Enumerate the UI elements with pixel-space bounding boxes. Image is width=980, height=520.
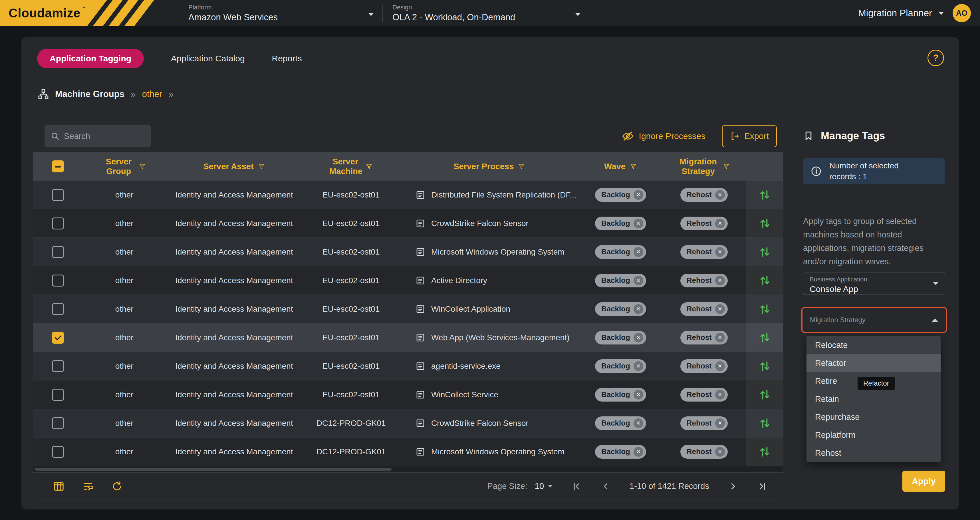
remove-wave-icon[interactable]: ✕ [633, 304, 643, 314]
table-row[interactable]: other Identity and Access Management EU-… [33, 323, 783, 352]
page-size-select[interactable]: 10 [535, 482, 552, 491]
strategy-badge[interactable]: Rehost ✕ [680, 359, 728, 373]
filter-icon[interactable] [139, 163, 146, 170]
remove-wave-icon[interactable]: ✕ [633, 361, 643, 371]
strategy-badge[interactable]: Rehost ✕ [680, 417, 728, 430]
filter-icon[interactable] [258, 163, 265, 170]
table-row[interactable]: other Identity and Access Management EU-… [33, 209, 783, 238]
process-mapping-cell[interactable] [746, 323, 783, 351]
wave-badge[interactable]: Backlog ✕ [595, 245, 646, 259]
process-mapping-cell[interactable] [746, 437, 783, 466]
remove-wave-icon[interactable]: ✕ [633, 390, 643, 399]
tab-application-catalog[interactable]: Application Catalog [171, 54, 245, 64]
row-checkbox[interactable] [52, 417, 64, 429]
remove-strategy-icon[interactable]: ✕ [715, 247, 725, 257]
search-box[interactable] [45, 125, 151, 147]
horizontal-scrollbar[interactable] [33, 466, 783, 472]
wrap-text-icon[interactable] [82, 480, 94, 492]
help-button[interactable]: ? [928, 50, 944, 66]
filter-icon[interactable] [722, 163, 730, 170]
table-row[interactable]: other Identity and Access Management EU-… [33, 352, 783, 380]
migration-strategy-option[interactable]: Rehost [807, 444, 940, 462]
process-mapping-cell[interactable] [746, 266, 783, 294]
strategy-badge[interactable]: Rehost ✕ [680, 331, 728, 345]
business-application-select[interactable]: Business Application Console App [803, 273, 945, 295]
row-checkbox[interactable] [52, 218, 64, 229]
row-checkbox[interactable] [52, 389, 64, 401]
table-row[interactable]: other Identity and Access Management EU-… [33, 181, 783, 209]
process-mapping-cell[interactable] [746, 295, 783, 323]
migration-strategy-option[interactable]: Relocate [807, 336, 940, 354]
wave-badge[interactable]: Backlog ✕ [595, 216, 646, 230]
wave-badge[interactable]: Backlog ✕ [595, 274, 646, 288]
wave-badge[interactable]: Backlog ✕ [595, 331, 646, 345]
next-page-button[interactable] [728, 481, 738, 491]
export-button[interactable]: Export [722, 125, 777, 147]
migration-strategy-option[interactable]: Refactor [807, 354, 940, 372]
select-all-checkbox[interactable] [52, 161, 64, 172]
filter-icon[interactable] [630, 163, 637, 170]
table-row[interactable]: other Identity and Access Management DC1… [33, 409, 783, 437]
remove-strategy-icon[interactable]: ✕ [715, 447, 725, 456]
remove-strategy-icon[interactable]: ✕ [715, 276, 725, 285]
table-row[interactable]: other Identity and Access Management EU-… [33, 295, 783, 323]
table-row[interactable]: other Identity and Access Management EU-… [33, 266, 783, 295]
process-mapping-cell[interactable] [746, 409, 783, 437]
wave-badge[interactable]: Backlog ✕ [595, 188, 646, 202]
wave-badge[interactable]: Backlog ✕ [595, 445, 646, 459]
avatar[interactable]: AO [953, 4, 971, 22]
strategy-badge[interactable]: Rehost ✕ [680, 445, 728, 459]
tab-reports[interactable]: Reports [272, 54, 302, 64]
row-checkbox[interactable] [52, 246, 64, 258]
strategy-badge[interactable]: Rehost ✕ [680, 188, 728, 202]
migration-strategy-select[interactable]: Migration Strategy [801, 307, 947, 333]
row-checkbox[interactable] [52, 360, 64, 372]
remove-wave-icon[interactable]: ✕ [633, 219, 643, 228]
remove-strategy-icon[interactable]: ✕ [715, 219, 725, 228]
platform-select[interactable]: Platform Amazon Web Services [188, 4, 374, 22]
strategy-badge[interactable]: Rehost ✕ [680, 274, 728, 288]
remove-wave-icon[interactable]: ✕ [633, 190, 643, 200]
strategy-badge[interactable]: Rehost ✕ [680, 302, 728, 316]
process-mapping-cell[interactable] [746, 209, 783, 237]
strategy-badge[interactable]: Rehost ✕ [680, 245, 728, 259]
tab-application-tagging[interactable]: Application Tagging [37, 49, 144, 68]
remove-strategy-icon[interactable]: ✕ [715, 190, 725, 200]
remove-wave-icon[interactable]: ✕ [633, 418, 643, 428]
previous-page-button[interactable] [600, 481, 611, 491]
row-checkbox[interactable] [52, 303, 64, 315]
remove-strategy-icon[interactable]: ✕ [715, 390, 725, 399]
row-checkbox[interactable] [52, 332, 64, 343]
remove-wave-icon[interactable]: ✕ [633, 276, 643, 285]
scrollbar-handle[interactable] [35, 468, 391, 471]
migration-planner-menu[interactable]: Migration Planner [858, 8, 944, 19]
row-checkbox[interactable] [52, 446, 64, 458]
row-checkbox[interactable] [52, 275, 64, 286]
column-settings-icon[interactable] [53, 480, 65, 492]
row-checkbox[interactable] [52, 189, 64, 201]
wave-badge[interactable]: Backlog ✕ [595, 388, 646, 402]
filter-icon[interactable] [365, 163, 373, 170]
remove-strategy-icon[interactable]: ✕ [715, 304, 725, 314]
filter-icon[interactable] [518, 163, 525, 170]
wave-badge[interactable]: Backlog ✕ [595, 417, 646, 430]
remove-wave-icon[interactable]: ✕ [633, 247, 643, 257]
remove-strategy-icon[interactable]: ✕ [715, 333, 725, 342]
breadcrumb-current-group[interactable]: other [142, 89, 162, 99]
migration-strategy-option[interactable]: Repurchase [807, 408, 940, 426]
remove-wave-icon[interactable]: ✕ [633, 333, 643, 342]
process-mapping-cell[interactable] [746, 352, 783, 380]
table-row[interactable]: other Identity and Access Management EU-… [33, 238, 783, 266]
remove-wave-icon[interactable]: ✕ [633, 447, 643, 456]
table-row[interactable]: other Identity and Access Management EU-… [33, 380, 783, 409]
strategy-badge[interactable]: Rehost ✕ [680, 216, 728, 230]
search-input[interactable] [64, 132, 135, 141]
migration-strategy-option[interactable]: Replatform [807, 426, 940, 444]
last-page-button[interactable] [757, 481, 767, 491]
ignore-processes-button[interactable]: Ignore Processes [622, 130, 705, 142]
strategy-badge[interactable]: Rehost ✕ [680, 388, 728, 402]
wave-badge[interactable]: Backlog ✕ [595, 359, 646, 373]
refresh-icon[interactable] [111, 480, 123, 492]
breadcrumb-machine-groups[interactable]: Machine Groups [55, 89, 124, 99]
migration-strategy-option[interactable]: Retain [807, 390, 940, 408]
